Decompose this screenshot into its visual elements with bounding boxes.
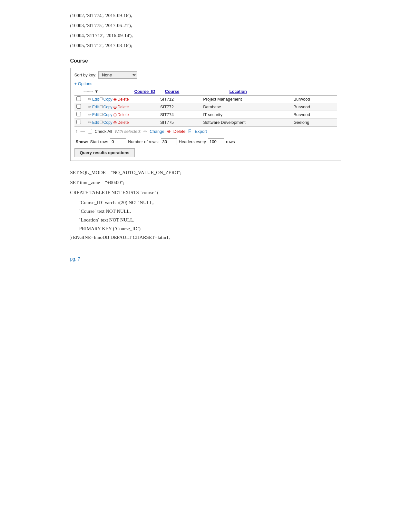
table-header-row: ←┬→ ▼ Course_ID Course Location [74,88,337,95]
action-cell-3: ✏ Edit ❐ Copy ⊖ Delete [88,112,156,117]
col-arrows: ←┬→ [83,89,93,94]
delete-icon-3: ⊖ [113,112,117,117]
edit-icon-2: ✏ [88,104,92,109]
delete-bottom-btn[interactable]: Delete [173,129,186,134]
delete-icon-2: ⊖ [113,104,117,110]
export-icon: 🗄 [188,129,192,134]
delete-btn-2[interactable]: Delete [118,105,129,109]
insert-line-2: (10003, 'SIT775', '2017-06-21'), [70,23,341,28]
bottom-line: — [81,129,85,134]
table-row: ✏ Edit ❐ Copy ⊖ Delete SIT772 Database B… [74,103,337,111]
change-btn[interactable]: Change [150,129,164,134]
row-location-4: Geelong [291,119,337,126]
col-header-location[interactable]: Location [230,89,262,94]
copy-icon-2: ❐ [100,105,103,109]
headers-every-input[interactable] [208,138,224,145]
delete-btn-3[interactable]: Delete [118,113,129,117]
check-all-checkbox[interactable] [88,129,92,133]
page-container: (10002, 'SIT774', '2015-09-16'), (10003,… [51,0,360,281]
col-header-course[interactable]: Course [165,89,230,94]
insert-lines-block: (10002, 'SIT774', '2015-09-16'), (10003,… [70,13,341,48]
row-course-2: Database [201,103,291,111]
row-courseid-2: SIT772 [158,103,201,111]
copy-btn-3[interactable]: Copy [103,113,113,117]
sql-line-5: `Course` text NOT NULL, [79,209,341,214]
filter-icon[interactable]: ▼ [94,89,99,94]
copy-icon-4: ❐ [100,120,103,124]
row-courseid-1: SIT712 [158,95,201,103]
edit-icon-3: ✏ [88,112,92,117]
header-checkbox-spacer [76,89,83,94]
action-cell-1: ✏ Edit ❐ Copy ⊖ Delete [88,97,156,102]
data-table: ✏ Edit ❐ Copy ⊖ Delete SIT712 Project Ma… [74,95,337,126]
sql-line-1: SET SQL_MODE = "NO_AUTO_VALUE_ON_ZERO"; [70,170,341,175]
action-cell-4: ✏ Edit ❐ Copy ⊖ Delete [88,120,156,125]
copy-btn-4[interactable]: Copy [103,120,113,125]
page-number: pg. 7 [70,256,341,261]
copy-btn-2[interactable]: Copy [103,105,113,109]
edit-btn-3[interactable]: Edit [92,113,99,117]
sql-line-6: `Location` text NOT NULL, [79,217,341,223]
edit-btn-4[interactable]: Edit [92,120,99,125]
show-label: Show: [76,139,88,144]
action-cell-2: ✏ Edit ❐ Copy ⊖ Delete [88,104,156,110]
export-btn[interactable]: Export [195,129,207,134]
table-row: ✏ Edit ❐ Copy ⊖ Delete SIT775 Software D… [74,119,337,126]
rows-label: rows [226,139,235,144]
row-course-4: Software Development [201,119,291,126]
row-courseid-3: SIT774 [158,111,201,119]
row-location-2: Burwood [291,103,337,111]
table-panel: Sort by key: None + Options ←┬→ ▼ Course… [70,68,341,161]
sql-line-3: CREATE TABLE IF NOT EXISTS `course` ( [70,190,341,195]
start-row-input[interactable] [110,138,126,145]
delete-btn-4[interactable]: Delete [118,120,129,125]
row-location-1: Burwood [291,95,337,103]
table-row: ✏ Edit ❐ Copy ⊖ Delete SIT774 IT securit… [74,111,337,119]
copy-btn-1[interactable]: Copy [103,97,113,102]
col-header-courseid[interactable]: Course_ID [134,89,165,94]
up-arrow-icon: ↑ [76,129,78,134]
sort-row: Sort by key: None [74,71,337,79]
sql-block: SET SQL_MODE = "NO_AUTO_VALUE_ON_ZERO"; … [70,170,341,240]
insert-line-3: (10004, 'S1T712', '2016-09-14'), [70,33,341,38]
headers-every-label: Headers every [179,139,206,144]
delete-circle-icon: ⊖ [167,129,171,134]
row-checkbox-1[interactable] [76,96,81,101]
row-course-3: IT security [201,111,291,119]
header-actions-area: ←┬→ ▼ [83,89,134,94]
row-courseid-4: SIT775 [158,119,201,126]
sql-line-7: PRIMARY KEY (`Course_ID`) [79,226,341,232]
insert-line-4: (10005, 'SIT712', '2017-08-16'); [70,43,341,48]
change-pencil-icon: ✏ [143,129,147,134]
edit-btn-1[interactable]: Edit [92,97,99,102]
delete-icon-1: ⊖ [113,97,117,102]
row-checkbox-3[interactable] [76,112,81,116]
edit-icon-4: ✏ [88,120,92,125]
section-title: Course [70,58,341,64]
show-row: Show: Start row: Number of rows: Headers… [74,136,337,146]
table-row: ✏ Edit ❐ Copy ⊖ Delete SIT712 Project Ma… [74,95,337,103]
number-of-rows-input[interactable] [161,138,177,145]
row-checkbox-4[interactable] [76,120,81,124]
check-all-label: Check All [95,129,112,134]
delete-icon-4: ⊖ [113,120,117,125]
sql-line-8: ) ENGINE=InnoDB DEFAULT CHARSET=latin1; [70,235,341,240]
start-row-label: Start row: [90,139,108,144]
options-toggle[interactable]: + Options [74,81,337,86]
row-checkbox-2[interactable] [76,104,81,109]
edit-btn-2[interactable]: Edit [92,105,99,109]
insert-line-1: (10002, 'SIT774', '2015-09-16'), [70,13,341,18]
sql-line-4: `Course_ID` varchar(20) NOT NULL, [79,200,341,205]
number-of-rows-label: Number of rows: [128,139,159,144]
copy-icon-1: ❐ [100,97,103,101]
sort-by-select[interactable]: None [98,71,137,79]
delete-btn-1[interactable]: Delete [118,97,129,102]
sql-line-2: SET time_zone = "+00:00"; [70,180,341,185]
copy-icon-3: ❐ [100,113,103,117]
sort-by-label: Sort by key: [74,73,97,77]
with-selected-label: With selected: [115,129,141,134]
edit-icon-1: ✏ [88,97,92,102]
bottom-bar: ↑ — Check All With selected: ✏ Change ⊖ … [74,126,337,136]
query-results-btn[interactable]: Query results operations [74,148,135,157]
row-course-1: Project Management [201,95,291,103]
